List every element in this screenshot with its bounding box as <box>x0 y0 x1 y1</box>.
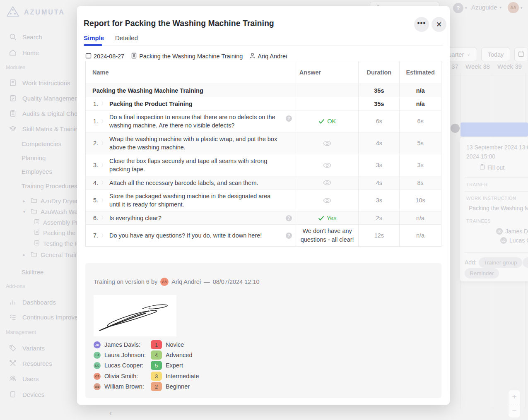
report-modal: Report for Packing the Washing Machine T… <box>77 6 450 405</box>
event-bar[interactable] <box>460 122 528 137</box>
table-row: 3. 〉 Close the box flaps securely and ta… <box>86 154 441 176</box>
row-name: Do a final inspection to ensure that the… <box>109 113 296 130</box>
sidebar-item-quality-management[interactable]: Quality Management <box>9 94 80 103</box>
collapse-chevron[interactable]: ‹ <box>109 409 112 418</box>
trainees-label: TRAINEES <box>466 218 491 223</box>
table-row: 7. 〉 Do you have any questions? If you d… <box>86 224 441 246</box>
help-avatar[interactable]: ? <box>453 3 463 13</box>
chevron-right-icon[interactable]: 〉 <box>101 214 106 221</box>
sidebar-item-users[interactable]: Users <box>9 374 39 383</box>
training-version-line: Training on version 6 by AA Ariq Andrei … <box>94 278 260 286</box>
separator: — <box>204 278 210 285</box>
add-reminder-pill[interactable]: Reminder <box>465 268 499 278</box>
help-icon[interactable]: ? <box>286 115 292 122</box>
sidebar-item-label: Skilltree <box>22 269 43 276</box>
sidebar-item-work-instructions[interactable]: Work Instructions <box>9 78 70 87</box>
chevron-down-icon[interactable]: ▾ <box>521 6 523 10</box>
sidebar-item-search[interactable]: Search <box>9 32 42 41</box>
dots-icon: ••• <box>417 19 426 27</box>
chevron-right-icon[interactable]: 〉 <box>101 162 106 169</box>
row-number: 5. <box>86 197 98 204</box>
tag-icon <box>9 344 17 352</box>
chevron-right-icon[interactable]: 〉 <box>101 118 106 125</box>
caret-right-icon[interactable]: ▸ <box>23 252 27 257</box>
training-summary-panel: Training on version 6 by AA Ariq Andrei … <box>85 263 441 398</box>
row-number: 4. <box>86 180 98 186</box>
row-estimated: 5s <box>399 132 441 154</box>
sidebar-item-planning[interactable]: Planning <box>22 153 46 162</box>
row-answer: Yes <box>327 215 337 221</box>
graduation-cap-icon <box>9 125 17 132</box>
sidebar-item-label: Variants <box>22 345 45 352</box>
chevron-right-icon[interactable]: 〉 <box>101 232 106 239</box>
eye-icon <box>323 180 331 185</box>
event-drag-handle[interactable] <box>451 124 460 133</box>
calendar-picker-button[interactable] <box>514 48 528 61</box>
sidebar-item-employees[interactable]: Employees <box>22 167 52 176</box>
row-duration: 35s <box>358 84 399 97</box>
row-name: Attach all the necessary barcode labels,… <box>109 179 270 187</box>
row-number: 1. <box>86 118 98 125</box>
row-name: Wrap the washing machine with a plastic … <box>109 135 296 151</box>
trainee-name: Lucas Cooper <box>509 237 528 244</box>
row-name: Packing the Washing Machine Training <box>92 87 203 94</box>
sidebar-item-label: Home <box>22 49 39 56</box>
row-duration: 4s <box>358 176 399 189</box>
tools-icon <box>9 360 17 367</box>
row-name: Packing the Product Training <box>109 101 193 107</box>
level-label: Intermediate <box>166 373 199 379</box>
level-badge: 2 <box>151 382 162 391</box>
user-avatar[interactable]: AA <box>508 2 519 13</box>
modal-title: Report for Packing the Washing Machine T… <box>84 19 274 28</box>
sidebar-item-skilltree[interactable]: Skilltree <box>22 267 43 276</box>
add-skill-pill[interactable]: Skill level <box>523 257 528 268</box>
row-duration: 3s <box>358 154 399 176</box>
zoom-out-button[interactable]: − <box>509 404 520 418</box>
sidebar-item-resources[interactable]: Resources <box>9 359 52 368</box>
chevron-right-icon[interactable]: 〉 <box>101 100 106 107</box>
avatar: LC <box>94 362 101 369</box>
col-header-estimated: Estimated <box>399 61 441 84</box>
close-button[interactable]: ✕ <box>432 17 446 32</box>
event-date-line1: 13 September 2024 13:00 - 13 September <box>466 144 528 151</box>
brand-name: AZUMUTA <box>24 9 65 16</box>
chevron-right-icon[interactable]: 〉 <box>101 140 106 147</box>
sidebar-item-training-procedures[interactable]: Training Procedures <box>22 181 77 190</box>
signature-scribble <box>94 295 176 336</box>
tab-detailed[interactable]: Detailed <box>115 34 138 41</box>
sidebar-item-competencies[interactable]: Competencies <box>22 139 61 148</box>
chevron-down-icon[interactable]: ▾ <box>465 6 467 10</box>
divider <box>465 252 528 253</box>
level-label: Advanced <box>166 352 193 358</box>
table-row: 1. 〉 Do a final inspection to ensure tha… <box>86 110 441 132</box>
trainee-name: William Brown: <box>104 383 151 390</box>
active-tab-indicator <box>84 44 102 46</box>
chevron-right-icon[interactable]: 〉 <box>101 179 106 186</box>
today-button[interactable]: Today <box>481 48 510 61</box>
azuguide-menu[interactable]: Azuguide ▾ <box>471 4 501 11</box>
more-options-button[interactable]: ••• <box>414 17 429 32</box>
row-estimated: 3s <box>399 154 441 176</box>
sidebar-item-variants[interactable]: Variants <box>9 343 45 353</box>
add-trainer-group-pill[interactable]: Trainer group <box>479 257 522 268</box>
row-estimated: 10s <box>399 190 441 211</box>
caret-right-icon[interactable]: ▸ <box>23 199 27 203</box>
help-icon[interactable]: ? <box>286 233 292 239</box>
avatar: JD <box>94 341 101 348</box>
sidebar-item-skill-matrix[interactable]: Skill Matrix & Training <box>9 124 82 133</box>
chevron-right-icon[interactable]: 〉 <box>101 197 106 204</box>
caret-down-icon[interactable]: ▾ <box>23 209 27 214</box>
report-trainer: Ariq Andrei <box>249 53 287 60</box>
map-zoom-control: + − <box>508 390 521 418</box>
tab-simple[interactable]: Simple <box>84 34 104 41</box>
sidebar-item-label: Work Instructions <box>22 79 70 86</box>
sidebar-item-devices[interactable]: Devices <box>9 390 44 399</box>
zoom-in-button[interactable]: + <box>509 390 520 404</box>
help-icon[interactable]: ? <box>286 215 292 221</box>
fill-out-button[interactable]: Fill out <box>480 164 504 171</box>
avatar-initials: AA <box>510 5 516 10</box>
sidebar-item-dashboards[interactable]: Dashboards <box>9 298 56 307</box>
trainee-score-row: JD James Davis: 1 Novice <box>94 340 184 349</box>
home-icon <box>9 49 17 56</box>
sidebar-item-home[interactable]: Home <box>9 48 39 57</box>
